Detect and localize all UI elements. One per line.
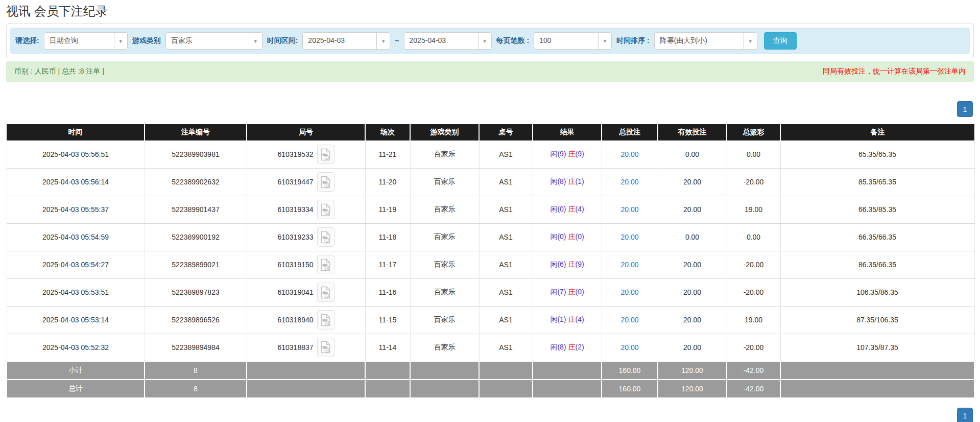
total-label: 总计 [7,380,145,398]
table-footer: 小计 8 160.00 120.00 -42.00 总计 8 160.00 12… [7,361,974,398]
cell-bet-id: 522389903981 [145,140,247,168]
cell-game-type: 百家乐 [410,334,479,361]
cell-table-no: AS1 [479,251,533,278]
round-id-text: 610319041 [277,288,313,296]
total-bet-link[interactable]: 20.00 [620,316,638,324]
header-valid-bet: 有效投注 [658,124,727,140]
round-id-text: 610319334 [277,205,313,214]
date-from-value: 2025-04-03 [303,33,376,49]
date-from-select[interactable]: 2025-04-03 ▾ [302,32,390,50]
cell-session: 11-14 [365,334,410,361]
cell-round-id: 610319447 [247,168,365,196]
cell-bet-id: 522389896526 [145,306,247,334]
total-bet-link[interactable]: 20.00 [620,261,638,269]
video-replay-button[interactable] [317,283,334,302]
video-replay-button[interactable] [317,255,334,274]
cell-round-id: 610319150 [247,251,365,278]
video-replay-button[interactable] [317,145,334,164]
query-type-select[interactable]: 日期查询 ▾ [44,32,128,50]
table-row: 2025-04-03 05:54:27 522389899021 6103191… [7,251,974,278]
player-result: 闲(8) [550,177,566,185]
cell-total-bet: 20.00 [602,140,658,168]
total-bet-link[interactable]: 20.00 [620,233,638,241]
cell-payout: 19.00 [727,196,780,223]
page-1-button[interactable]: 1 [957,101,973,117]
table-row: 2025-04-03 05:55:37 522389901437 6103193… [7,196,974,223]
dropdown-caret-icon[interactable]: ▾ [478,33,491,49]
cell-session: 11-18 [365,223,410,251]
video-file-icon [320,259,331,271]
total-bet-link[interactable]: 20.00 [620,288,638,296]
cell-payout: -20.00 [727,251,780,278]
cell-total-bet: 20.00 [602,334,658,361]
cell-round-id: 610319233 [247,223,365,251]
player-result: 闲(1) [550,315,566,323]
cell-remark: 65.35/65.35 [780,140,974,168]
currency-total-text: 币别 : 人民币 | 总共 :8 注单 | [14,67,104,76]
header-bet-id: 注单编号 [145,124,247,140]
dropdown-caret-icon[interactable]: ▾ [598,33,611,49]
video-replay-button[interactable] [317,310,334,330]
total-bet-link[interactable]: 20.00 [620,178,638,186]
summary-bar: 币别 : 人民币 | 总共 :8 注单 | 同局有效投注，统一计算在该局第一张注… [6,61,974,82]
cell-session: 11-15 [365,306,410,334]
round-id-text: 610319233 [277,233,313,241]
dropdown-caret-icon[interactable]: ▾ [249,33,262,49]
banker-points: (0) [576,288,584,296]
page-1-button[interactable]: 1 [957,408,973,422]
cell-bet-id: 522389901437 [145,196,247,223]
total-row: 总计 8 160.00 120.00 -42.00 [7,380,974,398]
video-replay-button[interactable] [317,172,334,192]
cell-valid-bet: 20.00 [658,306,727,334]
total-bet-link[interactable]: 20.00 [620,343,638,351]
cell-result: 闲(0)庄(0) [533,223,602,251]
cell-valid-bet: 20.00 [658,168,727,196]
search-button[interactable]: 查询 [764,32,797,50]
video-replay-button[interactable] [317,338,334,357]
video-replay-button[interactable] [317,227,334,247]
banker-result: 庄 [568,315,576,323]
player-result: 闲(0) [550,205,566,213]
cell-result: 闲(0)庄(4) [533,196,602,223]
dropdown-caret-icon[interactable]: ▾ [114,33,127,49]
cell-time: 2025-04-03 05:54:27 [7,251,145,278]
cell-time: 2025-04-03 05:53:14 [7,306,145,334]
total-bet-link[interactable]: 20.00 [620,205,638,214]
subtotal-count: 8 [145,361,247,380]
dropdown-caret-icon[interactable]: ▾ [744,33,757,49]
banker-points: (1) [576,177,584,185]
page-size-select[interactable]: 100 ▾ [534,32,612,50]
game-type-label: 游戏类别 [132,36,161,45]
cell-game-type: 百家乐 [410,140,479,168]
pagination-bottom: 1 [7,408,973,422]
total-bet-link[interactable]: 20.00 [620,150,638,158]
cell-payout: -20.00 [727,334,780,361]
player-result: 闲(0) [550,232,566,241]
player-result: 闲(9) [550,150,566,158]
cell-round-id: 610319334 [247,196,365,223]
cell-round-id: 610318837 [247,334,365,361]
cell-result: 闲(7)庄(0) [533,278,602,306]
cell-table-no: AS1 [479,140,533,168]
table-row: 2025-04-03 05:56:14 522389902632 6103194… [7,168,974,196]
banker-points: (4) [576,315,584,323]
table-row: 2025-04-03 05:56:51 522389903981 6103195… [7,140,974,168]
cell-payout: -20.00 [727,278,780,306]
player-result: 闲(8) [550,343,566,351]
table-body: 2025-04-03 05:56:51 522389903981 6103195… [7,140,974,361]
cell-round-id: 610319041 [247,278,365,306]
video-replay-button[interactable] [317,200,334,219]
cell-bet-id: 522389900192 [145,223,247,251]
page-size-label: 每页笔数 : [496,36,530,45]
round-id-text: 610318940 [277,316,313,324]
query-type-value: 日期查询 [44,33,114,49]
sort-select[interactable]: 降幂(由大到小) ▾ [654,32,757,50]
cell-remark: 107.35/87.35 [780,334,974,361]
dropdown-caret-icon[interactable]: ▾ [376,33,390,49]
game-type-select[interactable]: 百家乐 ▾ [165,32,262,50]
date-to-select[interactable]: 2025-04-03 ▾ [404,32,492,50]
banker-result: 庄 [568,150,576,158]
filter-bar: 请选择: 日期查询 ▾ 游戏类别 百家乐 ▾ 时间区间: 2025-04-03 … [10,28,970,54]
subtotal-valid-bet: 120.00 [658,361,727,380]
table-row: 2025-04-03 05:53:51 522389897823 6103190… [7,278,974,306]
